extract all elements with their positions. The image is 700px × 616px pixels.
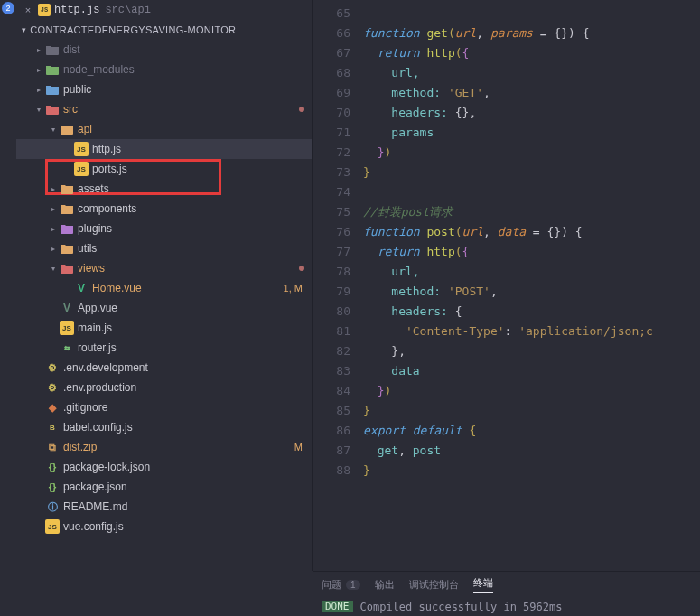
tree-folder-src[interactable]: ▾src <box>16 99 312 119</box>
tree-folder-public[interactable]: ▸public <box>16 79 312 99</box>
tree-file-gitignore[interactable]: ◆.gitignore <box>16 397 312 417</box>
git-file-icon: ◆ <box>45 400 60 415</box>
folder-icon <box>45 62 60 77</box>
folder-icon <box>45 82 60 97</box>
open-editor-tab[interactable]: × JS http.js src\api <box>16 0 312 20</box>
terminal-output[interactable]: DONE Compiled successfully in 5962ms <box>313 597 700 616</box>
panel-tabs: 问题1 输出 调试控制台 终端 <box>313 572 700 597</box>
code-editor[interactable]: 6566676869707172737475767778798081828384… <box>313 0 700 571</box>
tree-file-env-dev[interactable]: ⚙.env.development <box>16 358 312 378</box>
json-file-icon: {} <box>45 480 60 494</box>
tree-folder-components[interactable]: ▸components <box>16 199 312 219</box>
file-tree: ▸dist ▸node_modules ▸public ▾src ▾api JS… <box>16 40 312 571</box>
project-section-header[interactable]: ▾ CONTRACTEDENERGYSAVING-MONITOR <box>16 20 312 40</box>
vue-file-icon: V <box>74 281 89 295</box>
js-file-icon: JS <box>74 162 89 176</box>
tree-file-home-vue[interactable]: VHome.vue1, M <box>16 278 312 298</box>
modified-dot-icon <box>299 266 304 271</box>
bottom-panel: 问题1 输出 调试控制台 终端 DONE Compiled successful… <box>313 571 700 616</box>
side-panel: × JS http.js src\api ▾ CONTRACTEDENERGYS… <box>16 0 313 571</box>
tab-terminal[interactable]: 终端 <box>473 576 493 593</box>
close-icon[interactable]: × <box>22 4 34 16</box>
tree-folder-api[interactable]: ▾api <box>16 119 312 139</box>
tab-debug-console[interactable]: 调试控制台 <box>409 578 459 592</box>
js-file-icon: JS <box>38 4 51 16</box>
md-file-icon: ⓘ <box>45 499 60 514</box>
folder-icon <box>60 221 74 236</box>
modified-dot-icon <box>299 107 304 112</box>
git-status: M <box>294 442 303 453</box>
git-status: 1, M <box>284 283 303 294</box>
folder-icon <box>45 102 60 117</box>
code-content[interactable]: function get(url, params = {}) { return … <box>363 0 700 571</box>
explorer-badge: 2 <box>2 2 14 14</box>
js-file-icon: JS <box>74 142 89 156</box>
folder-icon <box>60 201 74 216</box>
router-icon: ⇆ <box>60 341 74 355</box>
tree-folder-node-modules[interactable]: ▸node_modules <box>16 60 312 79</box>
tree-folder-plugins[interactable]: ▸plugins <box>16 219 312 238</box>
tree-file-vue-config[interactable]: JSvue.config.js <box>16 517 312 537</box>
tree-file-router-js[interactable]: ⇆router.js <box>16 338 312 358</box>
folder-icon <box>60 261 74 275</box>
tree-folder-dist[interactable]: ▸dist <box>16 40 312 60</box>
project-title: CONTRACTEDENERGYSAVING-MONITOR <box>30 24 236 35</box>
problems-count: 1 <box>346 580 360 590</box>
json-file-icon: {} <box>45 460 60 474</box>
js-file-icon: JS <box>45 519 60 534</box>
tree-file-dist-zip[interactable]: ⧉dist.zipM <box>16 437 312 457</box>
babel-file-icon: B <box>45 420 60 434</box>
tab-path: src\api <box>105 4 150 16</box>
js-file-icon: JS <box>60 321 74 335</box>
tree-file-http-js[interactable]: JShttp.js <box>16 139 312 159</box>
tab-problems[interactable]: 问题1 <box>322 578 360 592</box>
chevron-down-icon: ▾ <box>22 25 26 34</box>
env-file-icon: ⚙ <box>45 380 60 395</box>
zip-file-icon: ⧉ <box>45 440 60 454</box>
tree-file-ports-js[interactable]: JSports.js <box>16 159 312 179</box>
tree-file-package-lock[interactable]: {}package-lock.json <box>16 457 312 477</box>
tree-folder-views[interactable]: ▾views <box>16 258 312 278</box>
line-gutter: 6566676869707172737475767778798081828384… <box>313 0 363 571</box>
folder-icon <box>45 42 60 57</box>
tree-file-package[interactable]: {}package.json <box>16 477 312 497</box>
tree-file-babel[interactable]: Bbabel.config.js <box>16 417 312 437</box>
folder-icon <box>60 122 74 136</box>
done-badge: DONE <box>322 601 353 612</box>
tree-folder-assets[interactable]: ▸assets <box>16 179 312 199</box>
vue-file-icon: V <box>60 301 74 315</box>
tree-folder-utils[interactable]: ▸utils <box>16 238 312 258</box>
tree-file-env-prod[interactable]: ⚙.env.production <box>16 378 312 397</box>
tree-file-app-vue[interactable]: VApp.vue <box>16 298 312 318</box>
env-file-icon: ⚙ <box>45 360 60 375</box>
tree-file-readme[interactable]: ⓘREADME.md <box>16 497 312 517</box>
terminal-line: Compiled successfully in 5962ms <box>360 601 563 613</box>
tab-label: http.js <box>54 4 99 16</box>
folder-icon <box>60 241 74 256</box>
folder-icon <box>60 182 74 196</box>
activity-bar: 2 <box>0 0 16 571</box>
tab-output[interactable]: 输出 <box>375 578 395 592</box>
tree-file-main-js[interactable]: JSmain.js <box>16 318 312 338</box>
